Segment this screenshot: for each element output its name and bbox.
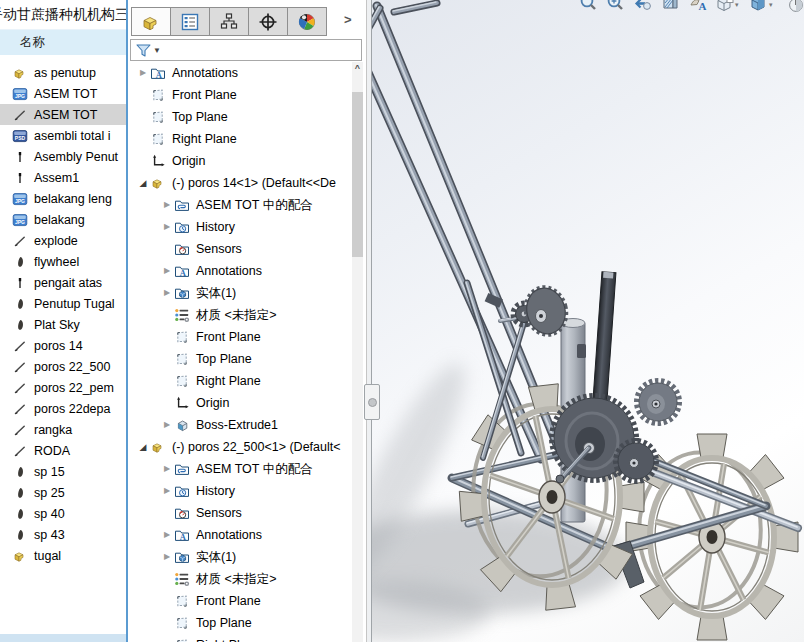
- tree-item[interactable]: Top Plane: [128, 348, 352, 370]
- tree-item[interactable]: Front Plane: [128, 326, 352, 348]
- file-list-item[interactable]: flywheel: [0, 251, 126, 272]
- tree-item[interactable]: ▶ ASEM TOT 中的配合: [128, 458, 352, 480]
- tree-item[interactable]: Origin: [128, 392, 352, 414]
- tab-featuremanager[interactable]: [131, 7, 171, 36]
- file-list-item[interactable]: JPG belakang leng: [0, 188, 126, 209]
- tree-item-label: 实体(1): [196, 549, 236, 566]
- tree-item[interactable]: ◢ (-) poros 22_500<1> (Default<: [128, 436, 352, 458]
- tab-dimxpertmanager[interactable]: [248, 7, 288, 36]
- view-orientation-icon[interactable]: [715, 0, 735, 13]
- zoom-to-fit-icon[interactable]: [578, 0, 598, 13]
- expand-arrow-icon[interactable]: ▶: [160, 546, 174, 568]
- tree-item[interactable]: ▶ Boss-Extrude1: [128, 414, 352, 436]
- file-list-item[interactable]: poros 14: [0, 335, 126, 356]
- file-name-label: sp 25: [34, 486, 65, 500]
- file-type-icon: [12, 401, 29, 417]
- file-list-item[interactable]: ASEM TOT: [0, 104, 126, 125]
- propertymanager-icon: [179, 11, 201, 33]
- panel-splitter-handle[interactable]: [364, 384, 380, 420]
- file-list-item[interactable]: JPG ASEM TOT: [0, 83, 126, 104]
- tree-item[interactable]: ▶ A Annotations: [128, 62, 352, 84]
- expand-arrow-icon[interactable]: ▶: [160, 524, 174, 546]
- tree-item[interactable]: ▶ History: [128, 480, 352, 502]
- hide-show-annotations-icon[interactable]: A: [688, 0, 708, 13]
- file-name-label: asembli total i: [34, 129, 110, 143]
- tree-scrollbar[interactable]: ^: [352, 62, 363, 642]
- toolbar-flyout-caret-icon[interactable]: ▾: [735, 1, 739, 9]
- expand-arrow-icon[interactable]: ▶: [160, 282, 174, 304]
- file-list-item[interactable]: sp 40: [0, 503, 126, 524]
- file-name-label: Plat Sky: [34, 318, 80, 332]
- tree-item[interactable]: Right Plane: [128, 128, 352, 150]
- expand-arrow-icon[interactable]: ▶: [160, 414, 174, 436]
- file-list-item[interactable]: PSD asembli total i: [0, 125, 126, 146]
- graphics-area[interactable]: A▾▾: [372, 0, 804, 642]
- file-list-item[interactable]: poros 22_500: [0, 356, 126, 377]
- tree-filter-box[interactable]: ▼: [130, 39, 362, 61]
- expand-arrow-icon[interactable]: ▶: [160, 194, 174, 216]
- file-list-item[interactable]: Asembly Penut: [0, 146, 126, 167]
- name-column-header[interactable]: 名称: [0, 29, 126, 55]
- file-list-item[interactable]: Penutup Tugal: [0, 293, 126, 314]
- tree-item[interactable]: 材质 <未指定>: [128, 568, 352, 590]
- expand-arrow-icon[interactable]: ◢: [136, 172, 150, 194]
- file-panel-bottom-edge: [0, 634, 126, 642]
- tree-item[interactable]: ▶ History: [128, 216, 352, 238]
- file-list-item[interactable]: poros 22depa: [0, 398, 126, 419]
- tree-item[interactable]: ◢ (-) poros 14<1> (Default<<De: [128, 172, 352, 194]
- tree-item[interactable]: Front Plane: [128, 84, 352, 106]
- expand-arrow-icon[interactable]: ▶: [160, 458, 174, 480]
- tree-item-icon: [174, 461, 192, 477]
- tree-item-label: Front Plane: [196, 330, 261, 344]
- file-list-item[interactable]: sp 25: [0, 482, 126, 503]
- tree-item[interactable]: Sensors: [128, 502, 352, 524]
- tree-item[interactable]: ▶ 实体(1): [128, 546, 352, 568]
- scrollbar-up-arrow-icon[interactable]: ^: [352, 62, 363, 76]
- file-list-item[interactable]: sp 43: [0, 524, 126, 545]
- expand-arrow-icon[interactable]: ▶: [136, 62, 150, 84]
- file-list-item[interactable]: rangka: [0, 419, 126, 440]
- tree-item[interactable]: ▶ A Annotations: [128, 524, 352, 546]
- tree-item[interactable]: Front Plane: [128, 590, 352, 612]
- file-list-item[interactable]: sp 15: [0, 461, 126, 482]
- expand-arrow-icon[interactable]: ▶: [160, 480, 174, 502]
- tree-item[interactable]: Sensors: [128, 238, 352, 260]
- file-list-item[interactable]: Plat Sky: [0, 314, 126, 335]
- display-style-icon[interactable]: [748, 0, 768, 13]
- file-list-item[interactable]: Assem1: [0, 167, 126, 188]
- file-list-item[interactable]: explode: [0, 230, 126, 251]
- expand-arrow-icon[interactable]: ▶: [160, 260, 174, 282]
- view-settings-icon[interactable]: [786, 0, 804, 13]
- file-list-item[interactable]: poros 22_pem: [0, 377, 126, 398]
- toolbar-flyout-caret-icon[interactable]: ▾: [769, 1, 773, 9]
- tab-configurationmanager[interactable]: [209, 7, 249, 36]
- scrollbar-thumb[interactable]: [352, 92, 363, 257]
- file-type-icon: [12, 107, 29, 123]
- file-list-item[interactable]: pengait atas: [0, 272, 126, 293]
- expand-arrow-icon[interactable]: ▶: [160, 216, 174, 238]
- tree-item[interactable]: Right Plane: [128, 634, 352, 642]
- svg-text:PSD: PSD: [15, 135, 26, 141]
- tree-item[interactable]: ▶ A Annotations: [128, 260, 352, 282]
- zoom-to-area-icon[interactable]: [605, 0, 625, 13]
- tree-item[interactable]: Top Plane: [128, 106, 352, 128]
- previous-view-icon[interactable]: [632, 0, 652, 13]
- tree-item[interactable]: Top Plane: [128, 612, 352, 634]
- file-list-item[interactable]: JPG belakang: [0, 209, 126, 230]
- tab-propertymanager[interactable]: [170, 7, 210, 36]
- tree-item[interactable]: ▶ 实体(1): [128, 282, 352, 304]
- tree-item[interactable]: 材质 <未指定>: [128, 304, 352, 326]
- file-type-icon: [12, 275, 29, 291]
- expand-arrow-icon[interactable]: ◢: [136, 436, 150, 458]
- tree-item[interactable]: Right Plane: [128, 370, 352, 392]
- filter-dropdown-caret-icon[interactable]: ▼: [153, 46, 161, 55]
- tab-overflow-chevron-icon[interactable]: >: [344, 12, 352, 27]
- file-list-item[interactable]: as penutup: [0, 62, 126, 83]
- file-list-item[interactable]: RODA: [0, 440, 126, 461]
- tree-item[interactable]: Origin: [128, 150, 352, 172]
- section-view-icon[interactable]: [660, 0, 680, 13]
- file-list-item[interactable]: tugal: [0, 545, 126, 566]
- svg-text:JPG: JPG: [15, 219, 25, 225]
- tree-item[interactable]: ▶ ASEM TOT 中的配合: [128, 194, 352, 216]
- tab-displaymanager[interactable]: [287, 7, 327, 36]
